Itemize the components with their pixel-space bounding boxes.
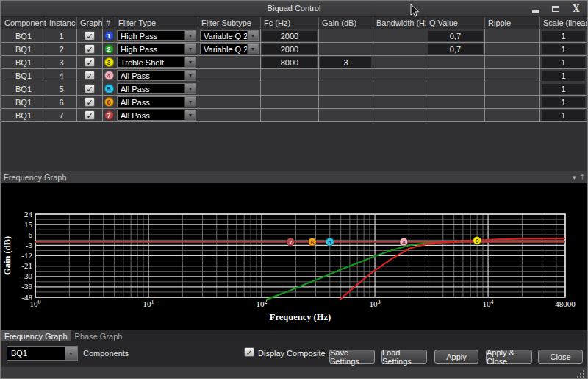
component-select[interactable]: BQ1 ▼ bbox=[7, 346, 78, 361]
curve-marker-3[interactable]: 3 bbox=[473, 236, 481, 244]
cell-q-value-input[interactable]: 0,7 bbox=[428, 44, 483, 54]
y-axis-title: Gain (dB) bbox=[2, 236, 12, 275]
column-header-gain-db[interactable]: Gain (dB) bbox=[319, 17, 373, 29]
maximize-button[interactable] bbox=[549, 3, 562, 14]
cell-filter-type: All Pass▼ bbox=[115, 69, 198, 82]
column-header-instance[interactable]: Instance bbox=[46, 17, 77, 29]
cell-fc-input[interactable]: 2000 bbox=[262, 31, 317, 41]
cell-fc: 8000 bbox=[261, 56, 319, 69]
cell-number: 7 bbox=[103, 109, 115, 122]
graph-checkbox[interactable]: ✓ bbox=[85, 84, 95, 93]
curve-badge-7: 7 bbox=[104, 110, 114, 120]
curve-marker-4[interactable]: 4 bbox=[400, 238, 408, 246]
filter-type-dropdown[interactable]: High Pass▼ bbox=[117, 30, 196, 41]
minimize-button[interactable] bbox=[528, 3, 542, 14]
footer-bar: BQ1 ▼ Components ✓ Display Composite Sav… bbox=[1, 341, 587, 366]
chevron-down-icon[interactable]: ▼ bbox=[247, 31, 258, 40]
cell-scale-input[interactable]: 1 bbox=[542, 57, 585, 68]
cell-scale-input[interactable]: 1 bbox=[542, 31, 585, 41]
curve-badge-5: 5 bbox=[104, 84, 114, 93]
chevron-down-icon[interactable]: ▼ bbox=[65, 347, 77, 360]
panel-pin-icon[interactable]: ⍑ bbox=[581, 174, 584, 182]
filter-type-dropdown-value: High Pass bbox=[118, 45, 184, 54]
cell-scale-input[interactable]: 1 bbox=[542, 71, 585, 81]
cell-q-value bbox=[426, 56, 485, 69]
cell-filter-subtype bbox=[198, 96, 261, 109]
graph-checkbox[interactable]: ✓ bbox=[85, 71, 95, 80]
cell-instance: 6 bbox=[46, 96, 77, 109]
column-header-filter-type[interactable]: Filter Type bbox=[115, 17, 198, 29]
cell-q-value bbox=[426, 82, 485, 96]
chevron-down-icon[interactable]: ▼ bbox=[184, 110, 196, 120]
display-composite-checkbox[interactable]: ✓ bbox=[244, 347, 254, 357]
tab-phase-graph[interactable]: Phase Graph bbox=[71, 330, 126, 341]
chevron-down-icon[interactable]: ▼ bbox=[247, 44, 258, 54]
apply-button[interactable]: Apply bbox=[434, 350, 478, 364]
filter-type-dropdown[interactable]: All Pass▼ bbox=[117, 83, 196, 94]
column-header-filter-subtype[interactable]: Filter Subtype bbox=[198, 17, 261, 29]
filter-type-dropdown[interactable]: Treble Shelf▼ bbox=[117, 57, 196, 68]
cell-fc-input[interactable]: 8000 bbox=[262, 57, 317, 68]
filter-type-dropdown[interactable]: All Pass▼ bbox=[117, 70, 196, 81]
cell-ripple bbox=[485, 69, 540, 82]
cell-bandwidth bbox=[373, 82, 426, 96]
graph-checkbox[interactable]: ✓ bbox=[85, 110, 95, 120]
curve-marker-6[interactable]: 6 bbox=[308, 238, 316, 246]
chevron-down-icon[interactable]: ▼ bbox=[184, 71, 196, 80]
graph-checkbox[interactable]: ✓ bbox=[85, 31, 95, 40]
cell-scale-input[interactable]: 1 bbox=[542, 97, 585, 107]
graph-checkbox[interactable]: ✓ bbox=[85, 57, 95, 67]
column-header-q-value[interactable]: Q Value bbox=[426, 17, 485, 29]
curve-marker-5[interactable]: 5 bbox=[326, 238, 334, 246]
cell-bandwidth bbox=[373, 109, 426, 122]
filter-type-dropdown[interactable]: All Pass▼ bbox=[117, 110, 196, 121]
close-button[interactable]: X bbox=[570, 3, 583, 14]
cell-scale-input[interactable]: 1 bbox=[542, 110, 585, 121]
cell-graph: ✓ bbox=[77, 56, 103, 69]
curve-marker-7[interactable]: 7 bbox=[287, 238, 295, 246]
cell-instance: 4 bbox=[46, 69, 77, 82]
frequency-graph-panel-header[interactable]: Frequency Graph ▾ ⍑ bbox=[1, 171, 587, 183]
cell-scale-input[interactable]: 1 bbox=[542, 44, 585, 54]
title-bar[interactable]: Biquad Control X bbox=[1, 1, 587, 17]
filter-type-dropdown[interactable]: All Pass▼ bbox=[117, 96, 196, 107]
column-header-[interactable]: # bbox=[103, 17, 115, 29]
cell-scale-input[interactable]: 1 bbox=[542, 84, 585, 94]
table-row-4: BQ14✓4All Pass▼1 bbox=[1, 69, 587, 82]
graph-checkbox[interactable]: ✓ bbox=[85, 44, 95, 54]
close-button[interactable]: Close bbox=[538, 350, 583, 364]
filter-type-dropdown[interactable]: High Pass▼ bbox=[117, 43, 196, 54]
load-settings-button[interactable]: Load Settings bbox=[381, 350, 427, 364]
chevron-down-icon[interactable]: ▼ bbox=[184, 97, 196, 107]
save-settings-button[interactable]: Save Settings bbox=[329, 350, 375, 364]
column-header-bandwidth-hz[interactable]: Bandwidth (Hz) bbox=[373, 17, 426, 29]
cell-q-value bbox=[426, 69, 485, 82]
chevron-down-icon[interactable]: ▼ bbox=[184, 44, 196, 54]
cell-graph: ✓ bbox=[77, 96, 103, 109]
cell-fc bbox=[261, 69, 319, 82]
chevron-down-icon[interactable]: ▼ bbox=[184, 84, 196, 93]
column-header-graph[interactable]: Graph bbox=[77, 17, 103, 29]
cell-gain-input[interactable]: 3 bbox=[320, 57, 371, 68]
column-header-fc-hz[interactable]: Fc (Hz) bbox=[261, 17, 319, 29]
filter-subtype-dropdown[interactable]: Variable Q 2▼ bbox=[200, 30, 259, 41]
cell-scale: 1 bbox=[540, 69, 587, 82]
x-axis-title: Frequency (Hz) bbox=[270, 312, 331, 322]
column-header-component[interactable]: Component bbox=[1, 17, 46, 29]
chevron-down-icon[interactable]: ▼ bbox=[184, 31, 196, 40]
cell-component: BQ1 bbox=[1, 109, 46, 122]
column-header-ripple[interactable]: Ripple bbox=[485, 17, 540, 29]
resize-grip[interactable] bbox=[576, 369, 584, 378]
cell-fc bbox=[261, 82, 319, 96]
panel-collapse-icon[interactable]: ▾ bbox=[573, 174, 576, 181]
chevron-down-icon[interactable]: ▼ bbox=[184, 57, 196, 67]
tab-frequency-graph[interactable]: Frequency Graph bbox=[1, 330, 71, 341]
cell-filter-subtype: Variable Q 2▼ bbox=[198, 29, 261, 43]
cell-fc-input[interactable]: 2000 bbox=[262, 44, 317, 54]
cell-q-value-input[interactable]: 0,7 bbox=[428, 31, 483, 41]
column-header-scale-linear[interactable]: Scale (linear) bbox=[540, 17, 587, 29]
cell-graph: ✓ bbox=[77, 29, 103, 43]
apply-close-button[interactable]: Apply & Close bbox=[486, 350, 532, 364]
filter-subtype-dropdown[interactable]: Variable Q 2▼ bbox=[200, 43, 259, 54]
graph-checkbox[interactable]: ✓ bbox=[85, 97, 95, 107]
